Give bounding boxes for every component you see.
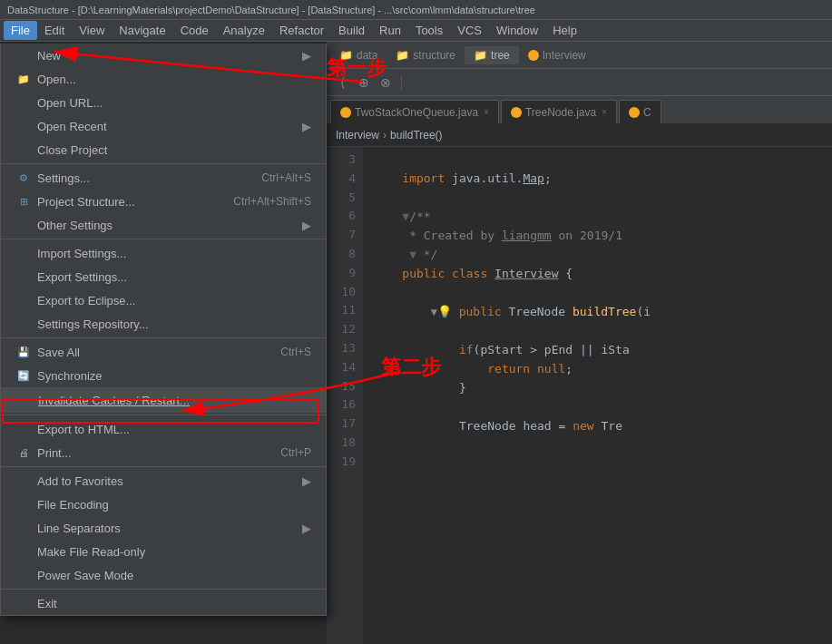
- menu-item-synchronize[interactable]: 🔄 Synchronize: [1, 364, 326, 387]
- menu-item-project-structure[interactable]: ⊞ Project Structure... Ctrl+Alt+Shift+S: [1, 190, 326, 213]
- power-save-icon: [15, 568, 32, 582]
- menu-refactor[interactable]: Refactor: [272, 21, 331, 40]
- settings-icon: ⚙: [15, 171, 32, 185]
- menu-analyze[interactable]: Analyze: [216, 21, 272, 40]
- menu-file[interactable]: File: [4, 21, 37, 40]
- menu-item-open-url[interactable]: Open URL...: [1, 91, 326, 114]
- code-line-9: public class Interview {: [374, 265, 821, 284]
- menu-item-export-html[interactable]: Export to HTML...: [1, 417, 326, 441]
- code-line-12: [374, 322, 821, 341]
- menu-item-settings[interactable]: ⚙ Settings... Ctrl+Alt+S: [1, 166, 326, 190]
- submenu-arrow: ▶: [302, 49, 311, 63]
- project-tab-data[interactable]: 📁 data: [330, 46, 387, 64]
- divider-5: [1, 466, 326, 467]
- editor-tab-c[interactable]: C: [619, 100, 661, 123]
- menu-item-open[interactable]: 📁 Open...: [1, 67, 326, 91]
- menu-view[interactable]: View: [72, 21, 112, 40]
- tree-folder-icon: 📁: [474, 49, 487, 62]
- encoding-icon: [15, 497, 32, 512]
- tab-close-1[interactable]: ×: [484, 107, 489, 117]
- menu-item-close-project[interactable]: Close Project: [1, 138, 326, 161]
- code-line-8: ▼ */: [374, 246, 821, 265]
- title-bar: DataStructure - [D:\LearningMaterials\pr…: [0, 0, 832, 20]
- editor-tabs-bar: TwoStackOneQueue.java × TreeNode.java × …: [327, 96, 832, 123]
- code-content[interactable]: import java.util.Map; ▼/** * Created by …: [363, 147, 832, 644]
- project-tab-tree[interactable]: 📁 tree: [465, 46, 519, 64]
- project-tab-interview[interactable]: Interview: [519, 46, 595, 64]
- menu-item-other-settings[interactable]: Other Settings ▶: [1, 213, 326, 237]
- java-icon-2: [511, 107, 522, 118]
- title-text: DataStructure - [D:\LearningMaterials\pr…: [7, 5, 535, 15]
- breadcrumb-buildtree[interactable]: buildTree(): [390, 129, 443, 141]
- export-html-icon: [15, 422, 32, 436]
- code-line-17: TreeNode head = new Tre: [374, 417, 821, 436]
- interview-icon: [528, 50, 539, 61]
- menu-item-export-eclipse[interactable]: Export to Eclipse...: [1, 288, 326, 312]
- menu-item-exit[interactable]: Exit: [1, 591, 326, 615]
- import-icon: [15, 246, 32, 260]
- menu-edit[interactable]: Edit: [37, 21, 72, 40]
- open-url-icon: [15, 95, 32, 110]
- menu-item-export-settings[interactable]: Export Settings...: [1, 265, 326, 288]
- menu-item-print[interactable]: 🖨 Print... Ctrl+P: [1, 441, 326, 464]
- divider-3: [1, 337, 326, 338]
- editor-panel: 📁 data 📁 structure 📁 tree Interview ⟨ ⊕ …: [327, 42, 832, 644]
- menu-item-save-all[interactable]: 💾 Save All Ctrl+S: [1, 340, 326, 364]
- menu-code[interactable]: Code: [173, 21, 216, 40]
- menu-item-add-favorites[interactable]: Add to Favorites ▶: [1, 469, 326, 493]
- menu-item-invalidate-caches[interactable]: Invalidate Caches / Restart...: [1, 387, 326, 413]
- menu-item-import-settings[interactable]: Import Settings...: [1, 241, 326, 265]
- menu-navigate[interactable]: Navigate: [112, 21, 172, 40]
- menu-run[interactable]: Run: [372, 21, 408, 40]
- code-area: 3 4 5 6 7 8 9 10 11 12 13 14 15 16 17 18…: [327, 147, 832, 644]
- code-line-3: [374, 151, 821, 170]
- line-sep-icon: [15, 521, 32, 535]
- editor-tab-twostackqueue[interactable]: TwoStackOneQueue.java ×: [330, 100, 499, 123]
- divider-1: [1, 163, 326, 164]
- exit-icon: [15, 596, 32, 610]
- code-line-5: [374, 189, 821, 208]
- menu-item-make-readonly[interactable]: Make File Read-only: [1, 540, 326, 563]
- favorites-icon: [15, 473, 32, 488]
- toolbar-btn-3[interactable]: ⊗: [376, 73, 396, 93]
- settings-repo-icon: [15, 317, 32, 331]
- submenu-arrow-other: ▶: [302, 219, 311, 232]
- menu-item-new[interactable]: New ▶: [1, 44, 326, 67]
- code-line-15: }: [374, 379, 821, 398]
- file-dropdown-menu: New ▶ 📁 Open... Open URL... Open Recent …: [0, 44, 327, 616]
- submenu-arrow-line: ▶: [302, 522, 311, 535]
- other-settings-icon: [15, 218, 32, 232]
- line-numbers: 3 4 5 6 7 8 9 10 11 12 13 14 15 16 17 18…: [327, 147, 363, 644]
- toolbar-btn-2[interactable]: ⊕: [354, 73, 374, 93]
- divider-4: [1, 415, 326, 415]
- export-settings-icon: [15, 269, 32, 284]
- menu-item-line-separators[interactable]: Line Separators ▶: [1, 516, 326, 540]
- code-line-18: [374, 436, 821, 455]
- menu-item-power-save[interactable]: Power Save Mode: [1, 563, 326, 587]
- editor-tab-treenode[interactable]: TreeNode.java ×: [501, 100, 617, 123]
- project-tab-structure[interactable]: 📁 structure: [387, 46, 465, 64]
- toolbar-separator: [401, 75, 402, 90]
- code-line-19: [374, 455, 821, 474]
- code-line-4: import java.util.Map;: [374, 170, 821, 189]
- code-line-6: ▼/**: [374, 208, 821, 227]
- submenu-arrow-fav: ▶: [302, 474, 311, 488]
- menu-item-file-encoding[interactable]: File Encoding: [1, 493, 326, 516]
- menu-vcs[interactable]: VCS: [450, 21, 489, 40]
- menu-bar: File Edit View Navigate Code Analyze Ref…: [0, 20, 832, 42]
- submenu-arrow-recent: ▶: [302, 120, 311, 133]
- breadcrumb-separator: ›: [383, 129, 387, 141]
- menu-help[interactable]: Help: [545, 21, 584, 40]
- print-icon: 🖨: [15, 445, 32, 460]
- breadcrumb-interview[interactable]: Interview: [336, 129, 379, 141]
- tab-close-2[interactable]: ×: [602, 107, 607, 117]
- java-icon-3: [629, 107, 640, 118]
- menu-item-settings-repo[interactable]: Settings Repository...: [1, 312, 326, 336]
- toolbar-btn-1[interactable]: ⟨: [332, 73, 352, 93]
- toolbar: ⟨ ⊕ ⊗: [327, 69, 832, 96]
- menu-tools[interactable]: Tools: [408, 21, 450, 40]
- menu-item-open-recent[interactable]: Open Recent ▶: [1, 114, 326, 138]
- menu-window[interactable]: Window: [489, 21, 545, 40]
- code-line-11: ▼💡 public TreeNode buildTree(i: [374, 303, 821, 322]
- menu-build[interactable]: Build: [331, 21, 372, 40]
